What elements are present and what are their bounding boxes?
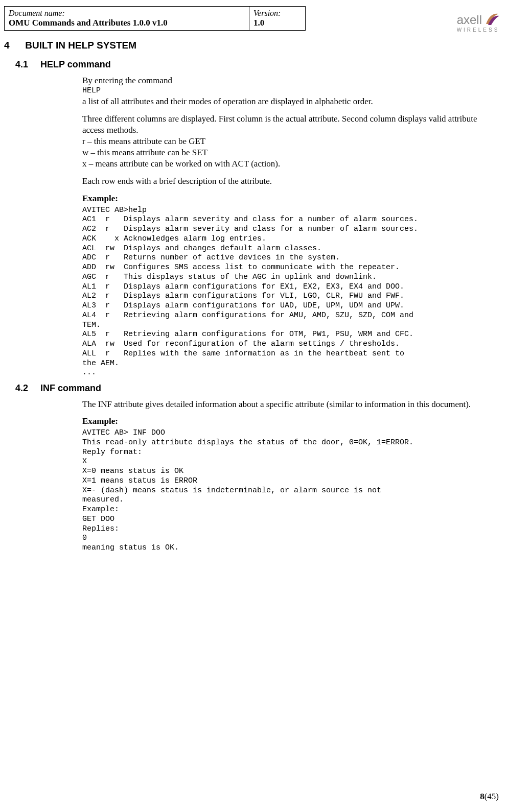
section-41-p3: Three different columns are displayed. F… — [82, 113, 496, 136]
section-41-title: HELP command — [40, 59, 111, 69]
logo-sub-text: WIRELESS — [457, 27, 500, 33]
section-41-heading: 4.1 HELP command — [15, 59, 504, 70]
document-header-table: Document name: OMU Commands and Attribut… — [4, 6, 306, 31]
section-4-heading: 4 BUILT IN HELP SYSTEM — [4, 40, 504, 51]
section-41-p1: By entering the command — [82, 75, 496, 86]
section-42-number: 4.2 — [15, 383, 38, 394]
docname-value: OMU Commands and Attributes 1.0.0 v1.0 — [9, 18, 245, 28]
swoosh-icon — [484, 11, 500, 29]
section-42-p1: The INF attribute gives detailed informa… — [82, 399, 496, 410]
section-41-number: 4.1 — [15, 59, 38, 70]
section-42-title: INF command — [40, 383, 101, 393]
version-label: Version: — [253, 9, 301, 18]
section-42-body: The INF attribute gives detailed informa… — [82, 399, 496, 553]
page-total: (45) — [484, 792, 499, 801]
section-41-p4: r – this means attribute can be GET — [82, 136, 496, 147]
brand-logo: axell WIRELESS — [413, 6, 500, 37]
page-number: 8 — [480, 792, 484, 801]
section-42-example-label: Example: — [82, 416, 496, 426]
section-41-p6: x – means attribute can be worked on wit… — [82, 158, 496, 170]
section-41-body: By entering the command HELP a list of a… — [82, 75, 496, 378]
section-4-title: BUILT IN HELP SYSTEM — [25, 40, 136, 51]
section-42-example: AVITEC AB> INF DOO This read-only attrib… — [82, 428, 496, 553]
section-4-number: 4 — [4, 40, 22, 51]
section-41-example-label: Example: — [82, 194, 496, 204]
section-41-example: AVITEC AB>help AC1 r Displays alarm seve… — [82, 206, 496, 378]
page-content: 4 BUILT IN HELP SYSTEM 4.1 HELP command … — [0, 31, 508, 553]
version-value: 1.0 — [253, 18, 301, 28]
page-footer: 8(45) — [480, 792, 499, 802]
logo-brand-text: axell — [457, 13, 482, 27]
docname-label: Document name: — [9, 9, 245, 18]
section-41-p5: w – this means attribute can be SET — [82, 147, 496, 158]
section-41-cmd: HELP — [82, 86, 496, 96]
section-41-p7: Each row ends with a brief description o… — [82, 176, 496, 187]
section-41-p2: a list of all attributes and their modes… — [82, 96, 496, 107]
section-42-heading: 4.2 INF command — [15, 383, 504, 394]
